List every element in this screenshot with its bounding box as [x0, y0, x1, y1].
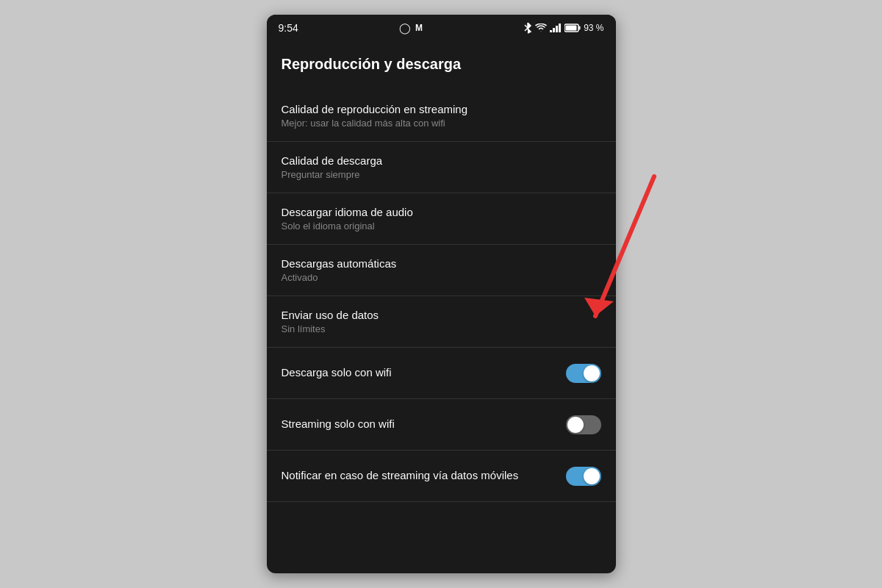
svg-rect-3 [553, 28, 555, 32]
settings-item-data-usage[interactable]: Enviar uso de datos Sin límites [267, 296, 616, 348]
settings-item-notify-streaming[interactable]: Notificar en caso de streaming vía datos… [267, 451, 616, 502]
item-subtitle: Solo el idioma original [282, 220, 601, 232]
settings-item-text: Descargar idioma de audio Solo el idioma… [282, 206, 601, 232]
page-title: Reproducción y descarga [267, 41, 616, 90]
item-title: Enviar uso de datos [282, 309, 601, 321]
svg-rect-7 [579, 26, 581, 30]
notify-streaming-toggle[interactable] [566, 467, 601, 486]
status-right-icons: 93 % [523, 22, 603, 34]
toggle-knob [584, 365, 600, 381]
settings-item-text: Notificar en caso de streaming vía datos… [282, 469, 566, 484]
download-wifi-toggle[interactable] [566, 364, 601, 383]
item-title: Descarga solo con wifi [282, 366, 566, 379]
settings-item-download-quality[interactable]: Calidad de descarga Preguntar siempre [267, 142, 616, 193]
status-time: 9:54 [279, 22, 298, 34]
svg-rect-5 [559, 24, 561, 32]
item-title: Streaming solo con wifi [282, 417, 566, 430]
settings-item-streaming-quality[interactable]: Calidad de reproducción en streaming Mej… [267, 90, 616, 142]
item-title: Descargas automáticas [282, 257, 601, 270]
item-title: Calidad de descarga [282, 154, 601, 167]
svg-rect-8 [566, 26, 577, 31]
svg-rect-2 [550, 30, 552, 32]
settings-item-text: Streaming solo con wifi [282, 417, 566, 432]
settings-item-streaming-wifi[interactable]: Streaming solo con wifi [267, 399, 616, 451]
settings-item-text: Descarga solo con wifi [282, 366, 566, 381]
item-title: Calidad de reproducción en streaming [282, 103, 601, 115]
settings-list: Calidad de reproducción en streaming Mej… [267, 90, 616, 502]
status-bar: 9:54 ◯ M [267, 15, 616, 41]
settings-item-audio-language[interactable]: Descargar idioma de audio Solo el idioma… [267, 193, 616, 245]
phone-screen: 9:54 ◯ M [267, 15, 616, 573]
app-icons: ◯ M [399, 22, 423, 34]
settings-item-text: Descargas automáticas Activado [282, 257, 601, 283]
battery-icon [564, 24, 581, 32]
item-title: Descargar idioma de audio [282, 206, 601, 218]
item-subtitle: Preguntar siempre [282, 169, 601, 180]
item-title: Notificar en caso de streaming vía datos… [282, 469, 566, 481]
settings-item-download-wifi[interactable]: Descarga solo con wifi [267, 348, 616, 399]
signal-icon [550, 24, 562, 32]
streaming-wifi-toggle[interactable] [566, 415, 601, 434]
settings-item-text: Calidad de reproducción en streaming Mej… [282, 103, 601, 129]
svg-rect-4 [556, 26, 558, 32]
gmail-icon: M [415, 23, 423, 33]
settings-item-text: Enviar uso de datos Sin límites [282, 309, 601, 334]
toggle-knob [584, 468, 600, 484]
wifi-icon [535, 24, 547, 32]
item-subtitle: Mejor: usar la calidad más alta con wifi [282, 118, 601, 129]
settings-item-auto-downloads[interactable]: Descargas automáticas Activado [267, 245, 616, 296]
toggle-knob [567, 417, 584, 433]
whatsapp-icon: ◯ [399, 22, 411, 34]
item-subtitle: Sin límites [282, 323, 601, 334]
settings-item-text: Calidad de descarga Preguntar siempre [282, 154, 601, 180]
item-subtitle: Activado [282, 272, 601, 283]
battery-percent: 93 % [584, 23, 603, 33]
bluetooth-icon [523, 22, 532, 34]
